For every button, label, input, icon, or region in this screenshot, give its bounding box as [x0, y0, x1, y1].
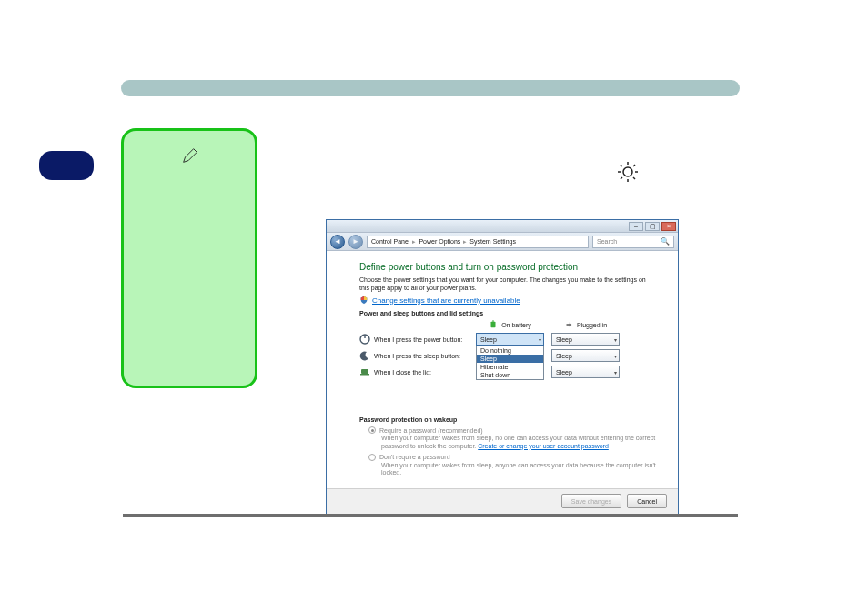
svg-line-7 — [633, 165, 635, 166]
row-label-text: When I close the lid: — [374, 369, 431, 376]
dropdown-value: Sleep — [556, 336, 572, 343]
row-close-lid: When I close the lid: — [359, 366, 469, 377]
window-footer: Save changes Cancel — [327, 488, 678, 514]
breadcrumb[interactable]: Control Panel ▸ Power Options ▸ System S… — [367, 236, 589, 248]
chevron-right-icon: ▸ — [463, 238, 467, 246]
power-settings-grid: On battery Plugged in — [359, 320, 656, 378]
row-label-text: When I press the sleep button: — [374, 353, 460, 359]
radio-require-password: Require a password (recommended) — [368, 426, 656, 434]
dropdown-sleep-plugged[interactable]: Sleep ▾ — [551, 349, 620, 362]
page-title: Define power buttons and turn on passwor… — [359, 262, 656, 272]
forward-button[interactable]: ► — [348, 235, 363, 249]
note-box — [121, 128, 257, 388]
radio-label: Require a password (recommended) — [379, 427, 483, 434]
svg-point-0 — [623, 167, 632, 176]
dropdown-power-plugged[interactable]: Sleep ▾ — [551, 333, 620, 346]
breadcrumb-item[interactable]: Power Options — [419, 238, 460, 245]
radio-dont-require-password: Don't require a password — [368, 454, 656, 461]
row-label-text: When I press the power button: — [374, 336, 462, 343]
dropdown-value: Sleep — [556, 353, 572, 359]
search-icon: 🔍 — [661, 237, 670, 246]
svg-line-8 — [621, 177, 622, 179]
svg-line-5 — [621, 165, 622, 166]
chevron-down-icon: ▾ — [614, 369, 617, 376]
dropdown-option[interactable]: Hibernate — [477, 363, 543, 371]
dropdown-option[interactable]: Sleep — [477, 355, 543, 363]
dropdown-list: Do nothing Sleep Hibernate Shut down — [476, 346, 544, 380]
moon-icon — [359, 350, 370, 361]
radio-description: When your computer wakes from sleep, any… — [381, 462, 656, 477]
search-input[interactable]: Search 🔍 — [592, 236, 674, 248]
dropdown-option[interactable]: Do nothing — [477, 346, 543, 355]
dropdown-option[interactable]: Shut down — [477, 371, 543, 379]
back-button[interactable]: ◄ — [330, 235, 345, 249]
cancel-button[interactable]: Cancel — [627, 494, 667, 508]
content-area: Define power buttons and turn on passwor… — [327, 251, 678, 488]
maximize-button[interactable]: ▢ — [645, 222, 660, 231]
breadcrumb-item[interactable]: System Settings — [469, 238, 516, 245]
nav-toolbar: ◄ ► Control Panel ▸ Power Options ▸ Syst… — [327, 233, 678, 251]
search-placeholder: Search — [597, 238, 617, 245]
section-label: Power and sleep buttons and lid settings — [359, 310, 656, 316]
plug-icon — [564, 320, 573, 329]
col-plugged-in: Plugged in — [551, 320, 620, 329]
svg-line-6 — [633, 177, 635, 179]
side-badge — [39, 151, 94, 180]
chevron-down-icon: ▾ — [539, 336, 541, 343]
pen-icon — [180, 145, 204, 169]
save-changes-button[interactable]: Save changes — [561, 494, 621, 508]
dropdown-value: Sleep — [556, 369, 572, 376]
svg-rect-9 — [491, 322, 496, 328]
page-subtitle: Choose the power settings that you want … — [359, 276, 656, 292]
row-power-button: When I press the power button: — [359, 334, 469, 345]
svg-rect-14 — [360, 374, 369, 376]
breadcrumb-item[interactable]: Control Panel — [371, 238, 409, 245]
chevron-down-icon: ▾ — [614, 336, 617, 343]
close-button[interactable]: × — [661, 222, 676, 231]
radio-label: Don't require a password — [379, 454, 450, 460]
create-password-link[interactable]: Create or change your user account passw… — [478, 443, 609, 449]
minimize-button[interactable]: – — [629, 222, 643, 231]
chevron-down-icon: ▾ — [614, 353, 617, 359]
battery-icon — [489, 320, 498, 329]
radio-icon — [368, 454, 376, 461]
dropdown-value: Sleep — [480, 336, 497, 343]
col-on-battery: On battery — [476, 320, 544, 329]
change-unavailable-link[interactable]: Change settings that are currently unava… — [372, 296, 520, 305]
svg-rect-13 — [361, 369, 368, 374]
radio-description: When your computer wakes from sleep, no … — [381, 435, 656, 450]
section-label: Password protection on wakeup — [359, 416, 656, 423]
shield-icon — [359, 296, 368, 305]
page-footer-rule — [123, 514, 738, 517]
page-header-bar — [121, 80, 740, 96]
window-titlebar: – ▢ × — [327, 220, 678, 233]
row-sleep-button: When I press the sleep button: — [359, 350, 469, 361]
svg-rect-10 — [492, 321, 494, 322]
col-label: Plugged in — [577, 322, 607, 328]
col-label: On battery — [501, 322, 531, 328]
sun-icon — [617, 161, 639, 183]
dropdown-power-battery[interactable]: Sleep ▾ — [476, 333, 544, 346]
radio-icon — [368, 426, 376, 434]
laptop-icon — [359, 366, 370, 377]
dropdown-lid-plugged[interactable]: Sleep ▾ — [551, 366, 620, 378]
chevron-right-icon: ▸ — [412, 238, 416, 246]
system-settings-window: – ▢ × ◄ ► Control Panel ▸ Power Options … — [326, 219, 679, 515]
power-icon — [359, 334, 370, 345]
